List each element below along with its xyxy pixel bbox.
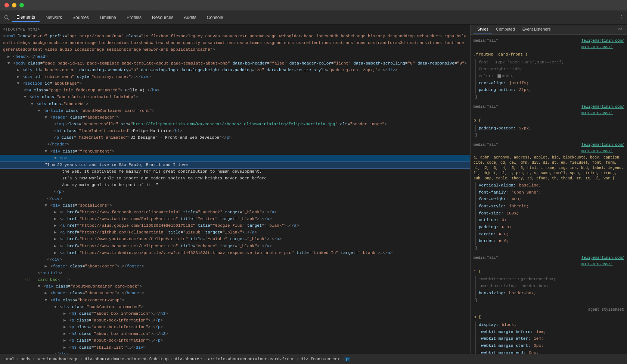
style-block-4: -webkit-box-sizing: border-box; -moz-box… [475,276,624,296]
line-h4: <h4 class="pageTitle fadeInUp animated">… [0,87,470,94]
line-h3-1: ▶ <h3 class="about-box-information">…</h… [0,310,470,317]
line-a-linkedin: ▶ <a href="https://www.linkedin.com/prof… [0,250,470,256]
minimize-button[interactable] [12,3,16,7]
styles-tabs: Styles Computed Event Listeners >> [471,25,627,35]
line-div-close-2: </div> [0,256,470,263]
line-html: <html lang="pt-BR" prefix="og: http://og… [0,33,470,53]
line-p-info-2: ▶ <p class="about-box-information">…</p> [0,324,470,330]
style-block-3: vertical-align: baseline; font-family: '… [475,182,624,245]
tab-audits[interactable]: Audits [179,13,201,22]
style-line-padding: padding: ► 0; [479,224,624,231]
style-line-margin: margin: ► 0; [479,231,624,238]
breadcrumb-p[interactable]: p [345,357,350,361]
breadcrumb-div-front-content[interactable]: div.frontContent [299,357,342,361]
style-block-agent: display: block; -webkit-margin-before: 1… [475,321,624,354]
line-p-info-1: ▶ <p class="about-box-information">…</p> [0,317,470,324]
style-line-font-size: font-size: 100%; [479,210,624,217]
breadcrumb-article[interactable]: article.aboutMeContainer.card-front [207,357,296,361]
style-line-outline: outline: 0; [479,217,624,224]
line-article: ▼ <article class="aboutMeContainer card-… [0,107,470,114]
style-source-4: media:"all" felipemartinin.com/main.min.… [474,255,624,267]
style-source-1: media:"all" felipemartinin.com/main.min.… [474,38,624,50]
line-quote-2: the Web. It captivates me mainly for his… [0,168,470,175]
style-selector-3: a, abbr, acronym, address, applet, big, … [474,155,624,181]
tab-event-listeners[interactable]: Event Listeners [519,25,555,34]
style-line-webkit-margin-start: -webkit-margin-start: 0px; [479,342,624,349]
style-source-3: media:"all" felipemartinin.com/main.min.… [474,142,624,154]
line-h1: <h1 class="fadeInLeft animated">Felipe M… [0,128,470,134]
line-head: ▶ <head>…</head> [0,53,470,60]
style-selector-1: .froutMe .card-front { [474,51,624,58]
line-a-twitter: ▶ <a href="https://www.twitter.com/Felip… [0,216,470,222]
toolbar-more[interactable]: ⋮ [619,14,624,21]
style-line-moz-box-sizing: -moz-box-sizing: border-box; [479,283,624,290]
style-line-color: color: #888; [479,73,624,80]
style-line-font-family: font-family: 'Open Sans'; [479,189,624,196]
line-social-icons: ▼ <div class="socialIcons"> [0,202,470,209]
breadcrumb-html[interactable]: html [3,357,16,361]
line-h3-skills: ▶ <h3 class="skills-list">…</div> [0,344,470,351]
elements-panel[interactable]: <!DOCTYPE html> <html lang="pt-BR" prefi… [0,25,470,354]
styles-panel: Styles Computed Event Listeners >> media… [470,25,627,354]
style-block-2: padding-bottom: 27px; [475,125,624,132]
style-link-1[interactable]: felipemartinin.com/main.min.css:1 [581,38,624,50]
color-swatch-888 [497,74,501,78]
style-media-3: media:"all" [474,142,498,154]
style-line-text-align: text-align: justify; [479,80,624,87]
line-div-close-1: </div> [0,195,470,202]
tab-timeline[interactable]: Timeline [95,13,121,22]
line-a-gplus: ▶ <a href="https://plus.google.com/11155… [0,222,470,229]
tab-resources[interactable]: Resources [148,13,178,22]
breadcrumb-div-about-me[interactable]: div.aboutMe [173,357,204,361]
line-header-outer: ▶ <div id="header-outer" data-using-seco… [0,67,470,73]
close-button[interactable] [4,3,9,7]
tab-elements[interactable]: Elements [12,13,40,22]
title-bar [0,0,627,10]
styles-more-icon[interactable]: >> [616,25,624,34]
line-about-header: ▼ <header class="aboutHeader"> [0,114,470,121]
style-link-3[interactable]: felipemartinin.com/main.min.css:1 [581,142,624,154]
line-a-youtube: ▶ <a href="http://www.youtube.com/user/F… [0,236,470,242]
line-about-me: ▼ <div class="aboutMe"> [0,101,470,107]
style-line-font: font: 12px 'Open Sans',sans-serif; [479,59,624,66]
line-h3-2: ▶ <h3 class="about-box-information">…</h… [0,330,470,337]
line-quote-3: It's a new world able to insert our mode… [0,175,470,182]
search-icon[interactable] [3,14,10,21]
tab-profiles[interactable]: Profiles [122,13,146,22]
line-quote-1: "I'm 22 years old and live in São Paulo,… [0,161,470,168]
style-line-padding-bottom-1: padding-bottom: 21px; [479,87,624,94]
line-a-facebook: ▶ <a href="https://www.facebook.com/Feli… [0,209,470,216]
style-rule-agent: agent stylesheet p { display: block; -we… [474,307,624,354]
style-rule-2: media:"all" felipemartinin.com/main.min.… [474,104,624,139]
line-header-back: ▶ <header class="aboutHeader">…</header> [0,290,470,296]
style-line-webkit-box-sizing: -webkit-box-sizing: border-box; [479,276,624,283]
tab-network[interactable]: Network [41,13,66,22]
tab-console[interactable]: Console [202,13,228,22]
style-link-2[interactable]: felipemartinin.com/main.min.css:1 [581,104,624,116]
style-selector-agent: p { [474,314,624,321]
line-a-github: ▶ <a href="https://github.com/FelipeMart… [0,229,470,236]
line-quote-4: And my main goal is to be part of it. " [0,182,470,188]
style-media-4: media:"all" [474,255,498,267]
breadcrumb-body[interactable]: body [19,357,32,361]
style-line-display: display: block; [479,321,624,329]
line-card-back: ▼ <div class="aboutMeContainer card-back… [0,283,470,290]
style-line-webkit-margin-before: -webkit-margin-before: 1em; [479,329,624,336]
img-src-link[interactable]: http://felipemartinin.com/wp-content/the… [133,122,335,126]
tab-sources[interactable]: Sources [68,13,93,22]
style-line-webkit-margin-end: -webkit-margin-end: 0px; [479,349,624,354]
styles-content[interactable]: media:"all" felipemartinin.com/main.min.… [471,35,627,354]
breadcrumb-section[interactable]: section#aboutPage [35,357,80,361]
line-div-back-close: </div> [0,351,470,354]
tab-computed[interactable]: Computed [492,25,519,34]
line-section-about: ▼ <section id="aboutPage"> [0,80,470,87]
line-back-content-wrap: ▼ <div class="backContent-wrap"> [0,297,470,304]
tab-styles[interactable]: Styles [474,25,492,34]
line-comment: <!-- card back --> [0,276,470,283]
line-about-animate: ▼ <div class="aboutAnimate animated fade… [0,94,470,100]
style-line-vertical-align: vertical-align: baseline; [479,182,624,189]
breadcrumb-div-animate[interactable]: div.aboutAnimate.animated.fadeInUp [83,357,170,361]
line-img: <img class="headerProfile" src="http://f… [0,121,470,128]
maximize-button[interactable] [19,3,24,7]
style-link-4[interactable]: felipemartinin.com/main.min.css:1 [581,255,624,267]
